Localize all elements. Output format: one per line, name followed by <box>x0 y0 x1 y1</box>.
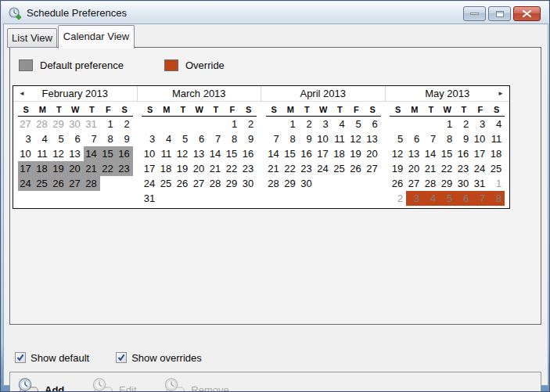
calendar-day-cell[interactable]: 19 <box>51 161 67 176</box>
calendar-day-cell[interactable]: 26 <box>51 176 67 191</box>
calendar-day-cell[interactable]: 28 <box>34 117 51 131</box>
calendar-day-cell[interactable]: 21 <box>207 161 224 176</box>
calendar-day-cell[interactable]: 6 <box>67 131 84 146</box>
calendar-day-cell[interactable]: 4 <box>422 191 439 206</box>
maximize-button[interactable] <box>488 6 511 21</box>
calendar-day-cell[interactable]: 7 <box>472 191 488 206</box>
calendar-day-cell[interactable]: 16 <box>117 146 133 161</box>
calendar-day-cell[interactable]: 27 <box>406 176 422 191</box>
calendar-day-cell[interactable]: 30 <box>67 117 84 131</box>
calendar-day-cell[interactable]: 2 <box>117 117 133 131</box>
edit-button[interactable]: Edit... <box>88 376 149 392</box>
calendar-day-cell[interactable]: 22 <box>439 161 455 176</box>
calendar-prev-button[interactable]: ◄ <box>16 88 28 100</box>
calendar-day-cell[interactable]: 29 <box>282 176 299 191</box>
calendar-day-cell[interactable]: 24 <box>142 176 158 191</box>
calendar-day-cell[interactable]: 29 <box>51 117 67 131</box>
calendar-day-cell[interactable]: 25 <box>34 176 51 191</box>
close-button[interactable] <box>513 6 541 21</box>
calendar-day-cell[interactable]: 28 <box>266 176 282 191</box>
calendar-next-button[interactable]: ► <box>494 88 507 100</box>
calendar-day-cell[interactable]: 3 <box>406 191 422 206</box>
calendar-day-cell[interactable]: 14 <box>422 146 439 161</box>
calendar-day-cell[interactable]: 25 <box>332 161 348 176</box>
calendar-day-cell[interactable]: 19 <box>348 146 365 161</box>
calendar-day-cell[interactable]: 3 <box>472 117 488 131</box>
calendar-day-cell[interactable]: 2 <box>240 117 257 131</box>
calendar-day-cell[interactable]: 31 <box>142 191 158 206</box>
calendar-day-cell[interactable]: 21 <box>84 161 100 176</box>
calendar-day-cell[interactable]: 24 <box>18 176 34 191</box>
calendar-day-cell[interactable]: 29 <box>439 176 455 191</box>
calendar-day-cell[interactable]: 26 <box>174 176 191 191</box>
calendar-day-cell[interactable]: 17 <box>142 161 158 176</box>
calendar-day-cell[interactable]: 13 <box>191 146 207 161</box>
calendar-day-cell[interactable]: 16 <box>299 146 315 161</box>
calendar-day-cell[interactable]: 8 <box>282 131 299 146</box>
calendar-day-cell[interactable]: 6 <box>406 131 422 146</box>
calendar-day-cell[interactable]: 9 <box>117 131 133 146</box>
calendar-day-cell[interactable]: 4 <box>332 117 348 131</box>
calendar-day-cell[interactable]: 18 <box>34 161 51 176</box>
calendar-day-cell[interactable]: 12 <box>348 131 365 146</box>
calendar-day-cell[interactable]: 22 <box>224 161 240 176</box>
calendar-day-cell[interactable]: 2 <box>299 117 315 131</box>
calendar-day-cell[interactable]: 30 <box>299 176 315 191</box>
calendar-day-cell[interactable]: 19 <box>174 161 191 176</box>
calendar-day-cell[interactable]: 3 <box>18 131 34 146</box>
calendar-day-cell[interactable]: 17 <box>18 161 34 176</box>
calendar-day-cell[interactable]: 26 <box>348 161 365 176</box>
calendar-day-cell[interactable]: 15 <box>224 146 240 161</box>
calendar-day-cell[interactable]: 17 <box>472 146 488 161</box>
calendar-day-cell[interactable]: 6 <box>191 131 207 146</box>
calendar-day-cell[interactable]: 11 <box>488 131 505 146</box>
calendar-day-cell[interactable]: 15 <box>282 146 299 161</box>
calendar-day-cell[interactable]: 8 <box>439 131 455 146</box>
calendar-day-cell[interactable]: 1 <box>488 176 505 191</box>
calendar-day-cell[interactable]: 6 <box>455 191 472 206</box>
calendar-day-cell[interactable]: 5 <box>390 131 406 146</box>
add-button[interactable]: Add... <box>14 376 77 392</box>
calendar-day-cell[interactable]: 31 <box>84 117 100 131</box>
calendar-day-cell[interactable]: 18 <box>488 146 505 161</box>
calendar-day-cell[interactable]: 8 <box>224 131 240 146</box>
calendar-day-cell[interactable]: 20 <box>67 161 84 176</box>
remove-button[interactable]: Remove <box>160 376 233 392</box>
calendar-day-cell[interactable]: 29 <box>224 176 240 191</box>
calendar-day-cell[interactable]: 16 <box>455 146 472 161</box>
calendar-day-cell[interactable]: 19 <box>390 161 406 176</box>
calendar-day-cell[interactable]: 17 <box>315 146 332 161</box>
calendar-day-cell[interactable]: 12 <box>51 146 67 161</box>
calendar-day-cell[interactable]: 10 <box>142 146 158 161</box>
checkbox-checked-icon[interactable] <box>15 352 26 363</box>
calendar-day-cell[interactable]: 23 <box>299 161 315 176</box>
calendar-day-cell[interactable]: 10 <box>315 131 332 146</box>
calendar-day-cell[interactable]: 11 <box>158 146 174 161</box>
calendar-day-cell[interactable]: 30 <box>240 176 257 191</box>
calendar-day-cell[interactable]: 9 <box>455 131 472 146</box>
calendar-day-cell[interactable]: 22 <box>282 161 299 176</box>
calendar-day-cell[interactable]: 1 <box>224 117 240 131</box>
calendar-day-cell[interactable]: 7 <box>266 131 282 146</box>
calendar-day-cell[interactable]: 13 <box>365 131 381 146</box>
calendar-day-cell[interactable]: 5 <box>51 131 67 146</box>
calendar-day-cell[interactable]: 25 <box>158 176 174 191</box>
calendar-day-cell[interactable]: 18 <box>332 146 348 161</box>
calendar-day-cell[interactable]: 18 <box>158 161 174 176</box>
calendar-day-cell[interactable]: 22 <box>100 161 117 176</box>
calendar-day-cell[interactable]: 25 <box>488 161 505 176</box>
calendar-day-cell[interactable]: 1 <box>282 117 299 131</box>
calendar-day-cell[interactable]: 4 <box>158 131 174 146</box>
calendar-day-cell[interactable]: 16 <box>240 146 257 161</box>
calendar-day-cell[interactable]: 20 <box>365 146 381 161</box>
calendar-day-cell[interactable]: 1 <box>100 117 117 131</box>
calendar-day-cell[interactable]: 24 <box>315 161 332 176</box>
calendar-day-cell[interactable]: 27 <box>365 161 381 176</box>
calendar-day-cell[interactable]: 28 <box>84 176 100 191</box>
calendar-day-cell[interactable]: 5 <box>439 191 455 206</box>
calendar-day-cell[interactable]: 21 <box>266 161 282 176</box>
calendar-day-cell[interactable]: 14 <box>84 146 100 161</box>
calendar-day-cell[interactable]: 2 <box>455 117 472 131</box>
calendar-day-cell[interactable]: 5 <box>348 117 365 131</box>
calendar-day-cell[interactable]: 14 <box>266 146 282 161</box>
